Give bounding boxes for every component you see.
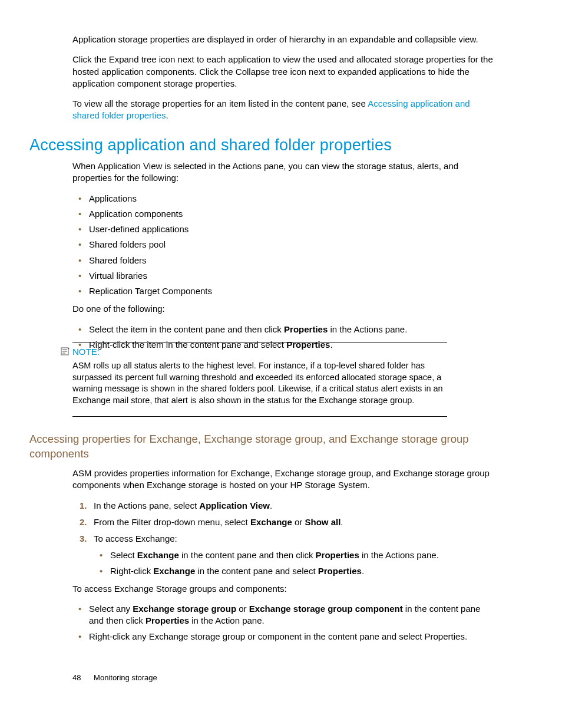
list-item: Virtual libraries xyxy=(89,270,497,282)
text: or xyxy=(292,517,305,527)
page-number: 48 xyxy=(72,673,81,682)
list-item: Shared folders xyxy=(89,255,497,266)
page-footer: 48 Monitoring storage xyxy=(72,673,157,683)
text: . xyxy=(270,500,272,510)
text: in the Actions pane. xyxy=(359,550,439,560)
text: Select the item in the content pane and … xyxy=(89,324,284,334)
step-item: In the Actions pane, select Application … xyxy=(94,500,497,512)
bold-exchange-storage-group: Exchange storage group xyxy=(133,604,236,614)
bold-show-all: Show all xyxy=(305,517,341,527)
bold-exchange: Exchange xyxy=(137,550,179,560)
list-item: Shared folders pool xyxy=(89,239,497,251)
text: From the Filter drop-down menu, select xyxy=(94,517,250,527)
list-item: Select the item in the content pane and … xyxy=(89,324,497,335)
sub-list: Select Exchange in the content pane and … xyxy=(94,549,497,577)
list-after: Select any Exchange storage group or Exc… xyxy=(72,603,497,643)
list-item: Replication Target Components xyxy=(89,285,497,297)
text: Right-click xyxy=(110,566,153,576)
note-label-text: NOTE: xyxy=(72,346,100,358)
text: To view all the storage properties for a… xyxy=(72,98,368,108)
paragraph: Application storage properties are displ… xyxy=(72,34,497,45)
list-item: Select Exchange in the content pane and … xyxy=(110,549,497,561)
paragraph: Click the Expand tree icon next to each … xyxy=(72,54,497,90)
paragraph: ASM provides properties information for … xyxy=(72,467,497,492)
note-block: NOTE: ASM rolls up all status alerts to … xyxy=(72,342,447,417)
text: in the content pane and select xyxy=(195,566,318,576)
bold-exchange-storage-group-component: Exchange storage group component xyxy=(249,604,403,614)
paragraph: Do one of the following: xyxy=(72,303,497,315)
text: in the content pane and then click xyxy=(179,550,316,560)
bold-properties: Properties xyxy=(316,550,359,560)
text: in the Action pane. xyxy=(189,615,265,625)
list-item: Application components xyxy=(89,208,497,220)
list-item: Right-click Exchange in the content pane… xyxy=(110,565,497,577)
list-item: User-defined applications xyxy=(89,223,497,235)
text: To access Exchange: xyxy=(94,533,177,543)
heading-accessing-app-shared-folder: Accessing application and shared folder … xyxy=(29,134,497,156)
paragraph: To view all the storage properties for a… xyxy=(72,98,497,122)
list-item: Select any Exchange storage group or Exc… xyxy=(89,603,497,627)
paragraph: When Application View is selected in the… xyxy=(72,160,497,185)
list-item: Applications xyxy=(89,193,497,205)
bold-properties: Properties xyxy=(318,566,362,576)
text: in the Actions pane. xyxy=(328,324,407,334)
note-text: ASM rolls up all status alerts to the hi… xyxy=(72,360,447,406)
bold-exchange: Exchange xyxy=(250,517,292,527)
text: Select any xyxy=(89,604,133,614)
paragraph: To access Exchange Storage groups and co… xyxy=(72,583,497,595)
text: . xyxy=(340,517,343,527)
bold-properties: Properties xyxy=(146,615,189,625)
bold-exchange: Exchange xyxy=(153,566,195,576)
text: Select xyxy=(110,550,137,560)
text: . xyxy=(166,110,168,120)
ordered-steps: In the Actions pane, select Application … xyxy=(72,500,497,577)
text: or xyxy=(236,604,249,614)
step-item: From the Filter drop-down menu, select E… xyxy=(94,516,497,528)
heading-accessing-exchange-properties: Accessing properties for Exchange, Excha… xyxy=(29,432,497,462)
note-label: NOTE: xyxy=(72,346,447,358)
note-icon xyxy=(61,347,70,359)
text: . xyxy=(362,566,364,576)
footer-title: Monitoring storage xyxy=(94,673,157,682)
list-item: Right-click any Exchange storage group o… xyxy=(89,631,497,643)
bold-properties: Properties xyxy=(284,324,328,334)
bold-application-view: Application View xyxy=(199,500,270,510)
list-items: Applications Application components User… xyxy=(72,193,497,298)
text: In the Actions pane, select xyxy=(94,500,199,510)
step-item: To access Exchange: Select Exchange in t… xyxy=(94,533,497,577)
